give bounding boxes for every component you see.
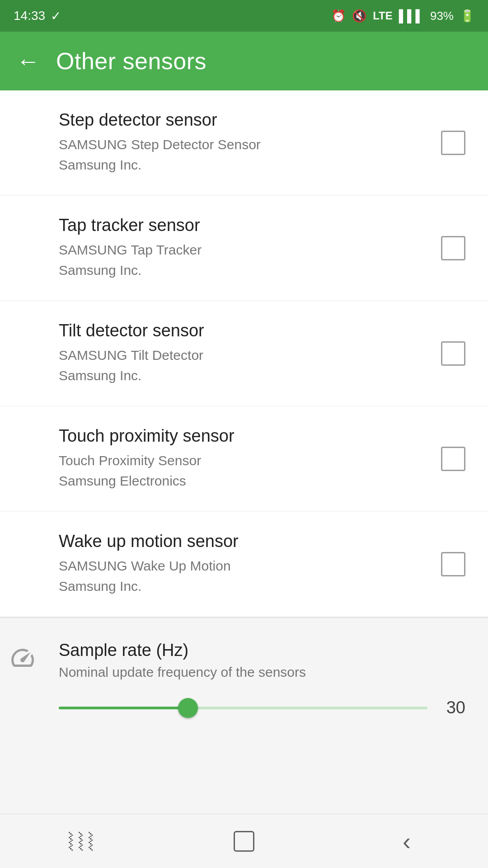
sensor-info: Tap tracker sensor SAMSUNG Tap TrackerSa… xyxy=(59,216,427,280)
check-icon: ✓ xyxy=(51,9,61,24)
back-nav-icon: ‹ xyxy=(403,829,411,854)
sensor-subtitle: Touch Proximity SensorSamsung Electronic… xyxy=(59,450,427,491)
nav-bar: ⦚⦚⦚ ‹ xyxy=(0,814,488,868)
app-bar: ← Other sensors xyxy=(0,32,488,90)
alarm-icon: ⏰ xyxy=(331,9,346,23)
sensor-subtitle: SAMSUNG Step Detector SensorSamsung Inc. xyxy=(59,134,427,175)
sensor-item-touch-proximity[interactable]: Touch proximity sensor Touch Proximity S… xyxy=(0,406,488,511)
recent-apps-button[interactable]: ⦚⦚⦚ xyxy=(54,823,108,859)
sensor-item-tilt-detector[interactable]: Tilt detector sensor SAMSUNG Tilt Detect… xyxy=(0,301,488,406)
back-button[interactable]: ← xyxy=(16,49,40,73)
home-icon xyxy=(234,831,254,852)
sensor-checkbox-touch-proximity[interactable] xyxy=(441,447,465,471)
sensor-item-step-detector[interactable]: Step detector sensor SAMSUNG Step Detect… xyxy=(0,90,488,195)
status-bar-left: 14:33 ✓ xyxy=(14,9,61,24)
recent-apps-icon: ⦚⦚⦚ xyxy=(66,831,96,851)
app-bar-title: Other sensors xyxy=(56,47,206,75)
sample-rate-slider[interactable] xyxy=(59,699,427,717)
sample-rate-icon-wrapper xyxy=(0,641,45,671)
sensor-checkbox-wake-up-motion[interactable] xyxy=(441,552,465,576)
back-nav-button[interactable]: ‹ xyxy=(380,823,434,859)
sensor-title: Tap tracker sensor xyxy=(59,216,427,235)
sensor-item-tap-tracker[interactable]: Tap tracker sensor SAMSUNG Tap TrackerSa… xyxy=(0,196,488,300)
home-button[interactable] xyxy=(217,823,271,859)
speedometer-icon xyxy=(9,644,36,671)
lte-label: LTE xyxy=(373,9,393,22)
sensor-checkbox-tap-tracker[interactable] xyxy=(441,236,465,260)
sample-rate-title: Sample rate (Hz) xyxy=(59,641,465,660)
content: Step detector sensor SAMSUNG Step Detect… xyxy=(0,90,488,814)
slider-fill xyxy=(59,707,188,709)
signal-icon: ▌▌▌ xyxy=(399,9,424,23)
slider-row: 30 xyxy=(59,698,465,717)
mute-icon: 🔇 xyxy=(352,9,366,23)
battery-percent: 93% xyxy=(430,9,454,23)
sensor-subtitle: SAMSUNG Wake Up MotionSamsung Inc. xyxy=(59,556,427,596)
sensor-info: Wake up motion sensor SAMSUNG Wake Up Mo… xyxy=(59,532,427,596)
sensor-checkbox-step-detector[interactable] xyxy=(441,131,465,155)
status-bar-right: ⏰ 🔇 LTE ▌▌▌ 93% 🔋 xyxy=(331,9,474,23)
sensor-title: Touch proximity sensor xyxy=(59,426,427,446)
sensor-subtitle: SAMSUNG Tilt DetectorSamsung Inc. xyxy=(59,345,427,386)
sensor-title: Tilt detector sensor xyxy=(59,321,427,340)
status-time: 14:33 xyxy=(14,9,45,23)
sensor-info: Touch proximity sensor Touch Proximity S… xyxy=(59,426,427,491)
sensor-subtitle: SAMSUNG Tap TrackerSamsung Inc. xyxy=(59,240,427,280)
status-bar: 14:33 ✓ ⏰ 🔇 LTE ▌▌▌ 93% 🔋 xyxy=(0,0,488,32)
sensor-item-wake-up-motion[interactable]: Wake up motion sensor SAMSUNG Wake Up Mo… xyxy=(0,512,488,616)
sample-rate-section: Sample rate (Hz) Nominal update frequenc… xyxy=(0,618,488,740)
sensor-info: Step detector sensor SAMSUNG Step Detect… xyxy=(59,110,427,175)
sensor-title: Wake up motion sensor xyxy=(59,532,427,551)
sensor-info: Tilt detector sensor SAMSUNG Tilt Detect… xyxy=(59,321,427,386)
battery-icon: 🔋 xyxy=(460,9,474,23)
sensor-checkbox-tilt-detector[interactable] xyxy=(441,341,465,366)
sample-rate-subtitle: Nominal update frequency of the sensors xyxy=(59,665,465,680)
sample-rate-content: Sample rate (Hz) Nominal update frequenc… xyxy=(59,641,465,717)
slider-thumb[interactable] xyxy=(178,698,198,718)
sensor-title: Step detector sensor xyxy=(59,110,427,130)
slider-value: 30 xyxy=(438,698,465,717)
